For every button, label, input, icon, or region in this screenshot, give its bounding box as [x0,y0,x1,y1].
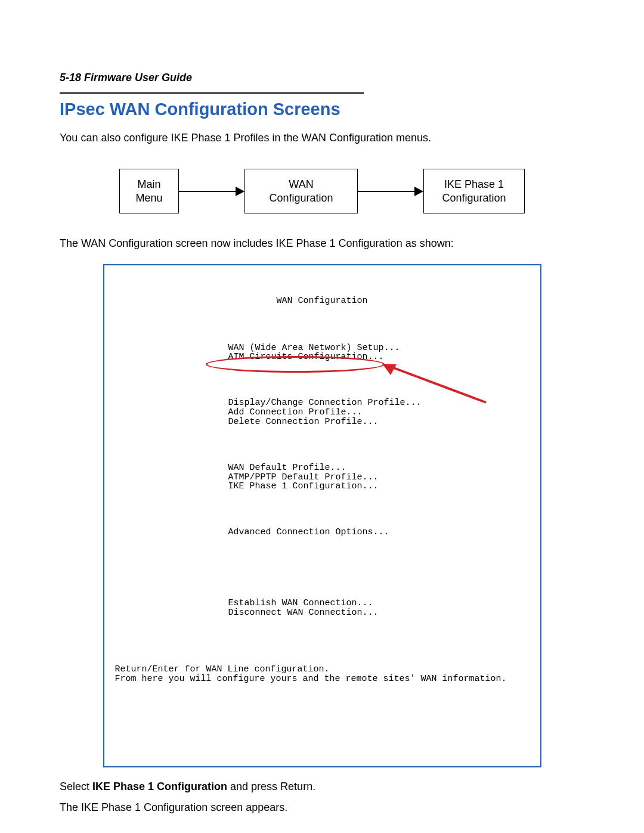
section-title: IPsec WAN Configuration Screens [60,100,584,119]
svg-line-0 [391,367,486,402]
flow-box-label: IKE Phase 1 [437,178,511,191]
instruction-paragraph: Select IKE Phase 1 Configuration and pre… [60,781,584,793]
arrow-icon [179,191,244,192]
description-paragraph: The WAN Configuration screen now include… [60,237,584,250]
intro-paragraph: You can also configure IKE Phase 1 Profi… [60,130,584,146]
instruction-bold: IKE Phase 1 Configuration [92,781,227,792]
terminal-screenshot: WAN Configuration WAN (Wide Area Network… [103,264,541,767]
arrow-icon [358,191,423,192]
svg-marker-1 [382,364,397,375]
navigation-flow-diagram: Main Menu WAN Configuration IKE Phase 1 … [60,169,584,213]
flow-box-label: Menu [133,191,165,205]
page-header: 5-18 Firmware User Guide [60,72,584,84]
terminal-title: WAN Configuration [115,296,530,306]
flow-box-wan-config: WAN Configuration [244,169,358,213]
flow-box-label: WAN Configuration [258,178,344,205]
result-paragraph: The IKE Phase 1 Configuration screen app… [60,801,584,814]
flow-box-label: Main [133,178,165,191]
flow-box-label: Configuration [437,191,511,205]
header-rule [60,92,364,94]
flow-box-ike-phase1: IKE Phase 1 Configuration [423,169,525,213]
flow-box-main-menu: Main Menu [119,169,179,213]
instruction-text: and press Return. [227,781,315,792]
instruction-text: Select [60,781,92,792]
